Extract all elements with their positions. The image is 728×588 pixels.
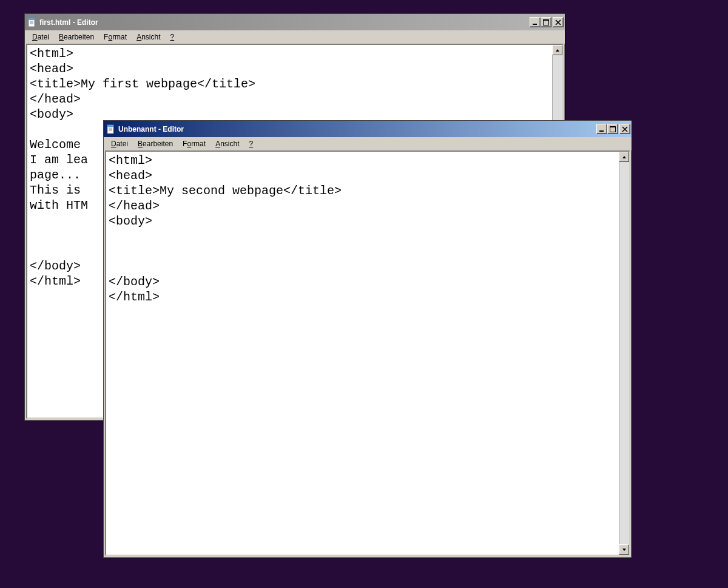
maximize-button[interactable] xyxy=(541,17,551,27)
menubar: Datei Bearbeiten Format Ansicht ? xyxy=(104,137,632,150)
scroll-up-button[interactable] xyxy=(552,45,562,55)
menu-datei[interactable]: Datei xyxy=(106,138,133,149)
svg-rect-5 xyxy=(533,24,537,25)
menu-bearbeiten[interactable]: Bearbeiten xyxy=(54,32,99,42)
menu-ansicht[interactable]: Ansicht xyxy=(211,138,244,149)
menu-ansicht[interactable]: Ansicht xyxy=(132,32,165,42)
svg-rect-15 xyxy=(610,126,616,127)
svg-rect-13 xyxy=(599,130,604,132)
menu-format[interactable]: Format xyxy=(178,138,211,149)
client-area: <html> <head> <title>My second webpage</… xyxy=(105,150,630,556)
svg-rect-9 xyxy=(107,125,113,127)
notepad-icon xyxy=(27,18,37,27)
scroll-up-button[interactable] xyxy=(619,152,629,162)
notepad-icon xyxy=(106,124,116,134)
window-title: Unbenannt - Editor xyxy=(118,125,596,133)
close-button[interactable] xyxy=(619,124,630,134)
titlebar[interactable]: first.html - Editor xyxy=(25,14,565,30)
scroll-down-button[interactable] xyxy=(619,544,629,555)
titlebar[interactable]: Unbenannt - Editor xyxy=(104,121,632,137)
vertical-scrollbar[interactable] xyxy=(619,152,629,555)
close-button[interactable] xyxy=(553,17,564,27)
menu-datei[interactable]: Datei xyxy=(27,32,54,42)
svg-rect-1 xyxy=(29,18,35,20)
window-title: first.html - Editor xyxy=(39,18,530,27)
menu-help[interactable]: ? xyxy=(166,32,180,42)
svg-rect-7 xyxy=(543,19,549,21)
maximize-button[interactable] xyxy=(607,124,618,134)
menubar: Datei Bearbeiten Format Ansicht ? xyxy=(25,30,565,44)
text-editor[interactable]: <html> <head> <title>My second webpage</… xyxy=(106,152,619,555)
menu-help[interactable]: ? xyxy=(244,138,258,149)
editor-window-unbenannt: Unbenannt - Editor Datei Bearbeiten Form… xyxy=(103,120,632,558)
menu-format[interactable]: Format xyxy=(99,32,132,42)
menu-bearbeiten[interactable]: Bearbeiten xyxy=(133,138,178,149)
minimize-button[interactable] xyxy=(596,124,607,134)
minimize-button[interactable] xyxy=(530,17,541,27)
